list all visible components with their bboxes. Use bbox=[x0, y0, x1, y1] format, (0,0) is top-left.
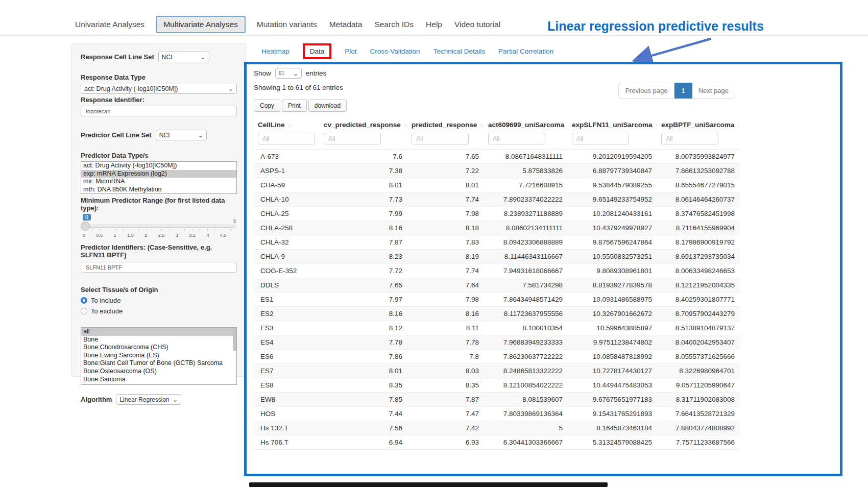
table-info-text: Showing 1 to 61 of 61 entries bbox=[254, 84, 840, 91]
nav-tab[interactable]: Video tutorial bbox=[453, 16, 501, 33]
export-button[interactable]: Print bbox=[282, 100, 307, 112]
act609699-cell: 8.081539607 bbox=[484, 393, 568, 407]
expSLFN11-cell: 10.7278174430127 bbox=[568, 364, 657, 378]
listbox-option[interactable]: Bone bbox=[81, 336, 236, 344]
annotation-arrow-icon bbox=[628, 36, 716, 64]
previous-page-button[interactable]: Previous page bbox=[618, 83, 674, 99]
expBPTF-cell: 8.69137293735034 bbox=[657, 250, 740, 264]
tissue-listbox: all Bone Bone:Chondrosarcoma (CHS) Bone:… bbox=[81, 327, 237, 385]
act609699-cell: 7.89023374022222 bbox=[484, 192, 568, 207]
listbox-option[interactable]: act: Drug Activity (-log10[IC50M]) bbox=[81, 162, 236, 170]
listbox-option[interactable]: Bone:Osteosarcoma (OS) bbox=[81, 368, 236, 376]
column-header[interactable]: expBPTF_uniSarcoma↑↓ bbox=[657, 116, 740, 131]
nav-tab[interactable]: Search IDs bbox=[373, 16, 415, 33]
nav-divider bbox=[0, 35, 868, 36]
results-tab[interactable]: Data bbox=[303, 43, 332, 59]
nav-tab[interactable]: Mutation variants bbox=[256, 16, 318, 33]
expSLFN11-cell: 10.4379249978927 bbox=[568, 221, 657, 235]
response-data-type-select[interactable]: act: Drug Activity (-log10[IC50M]) ⌄ bbox=[81, 84, 237, 94]
column-filter-input[interactable] bbox=[258, 133, 315, 144]
cv-predicted-response-cell: 7.44 bbox=[320, 407, 407, 421]
results-tab[interactable]: Partial Correlation bbox=[498, 47, 553, 55]
column-header-label: expSLFN11_uniSarcoma bbox=[572, 121, 653, 129]
nav-tab[interactable]: Metadata bbox=[328, 16, 364, 33]
listbox-option[interactable]: Peripheral_Nervous_System bbox=[81, 383, 236, 385]
export-button[interactable]: download bbox=[308, 100, 347, 112]
predicted-response-cell: 7.8 bbox=[407, 350, 484, 364]
slider-tick-label: 1.5 bbox=[127, 233, 134, 238]
cell-line-cell: ES7 bbox=[254, 364, 320, 378]
results-tab[interactable]: Heatmap bbox=[261, 47, 290, 55]
results-tab[interactable]: Technical Details bbox=[433, 47, 485, 55]
table-row: ES4 7.78 7.78 7.96883949233333 9.9751123… bbox=[254, 335, 740, 350]
algorithm-select[interactable]: Linear Regression ⌄ bbox=[116, 394, 181, 405]
column-filter-input[interactable] bbox=[412, 133, 469, 144]
table-row: COG-E-352 7.72 7.74 7.94931618066667 9.8… bbox=[254, 264, 740, 278]
column-header[interactable]: CellLine↑↓ bbox=[254, 116, 320, 131]
column-header-label: cv_predicted_response bbox=[324, 121, 401, 129]
predicted-response-cell: 7.47 bbox=[407, 407, 484, 421]
predicted-response-cell: 7.98 bbox=[407, 207, 484, 221]
export-button[interactable]: Copy bbox=[254, 100, 280, 112]
column-header[interactable]: act609699_uniSarcoma↑↓ bbox=[484, 116, 568, 131]
sort-icon: ↑↓ bbox=[479, 122, 483, 128]
predictor-identifiers-input[interactable] bbox=[81, 262, 237, 273]
results-tab[interactable]: Cross-Validation bbox=[370, 47, 420, 55]
listbox-scrollbar-thumb[interactable] bbox=[233, 329, 236, 351]
table-row: DDLS 7.65 7.64 7.581734298 8.81939277839… bbox=[254, 278, 740, 292]
listbox-option[interactable]: all bbox=[81, 328, 236, 336]
listbox-option[interactable]: exp: mRNA Expression (log2) bbox=[81, 170, 236, 178]
column-filter-input[interactable] bbox=[488, 133, 545, 144]
predicted-response-cell: 7.87 bbox=[407, 393, 484, 407]
listbox-option[interactable]: mth: DNA 850K Methylation bbox=[81, 186, 236, 194]
nav-tab[interactable]: Univariate Analyses bbox=[74, 16, 146, 33]
predicted-response-cell: 8.19 bbox=[407, 250, 484, 264]
cv-predicted-response-cell: 7.72 bbox=[320, 264, 407, 278]
video-progress-bar[interactable] bbox=[249, 482, 608, 487]
listbox-option[interactable]: Bone:Sarcoma bbox=[81, 376, 236, 384]
response-data-type-label: Response Data Type bbox=[81, 74, 237, 81]
expBPTF-cell: 8.17986900919792 bbox=[657, 235, 740, 250]
algorithm-row: Algorithm Linear Regression ⌄ bbox=[81, 394, 237, 405]
response-identifier-input[interactable] bbox=[81, 106, 237, 116]
results-tab[interactable]: Plot bbox=[345, 47, 356, 55]
expBPTF-cell: 8.40259301807771 bbox=[657, 292, 740, 307]
column-header[interactable]: expSLFN11_uniSarcoma↑↓ bbox=[568, 116, 657, 131]
slider-max-label: 5 bbox=[233, 218, 236, 224]
act609699-cell: 8.09423306888889 bbox=[484, 235, 568, 250]
column-filter-input[interactable] bbox=[661, 133, 718, 144]
column-filter-input[interactable] bbox=[572, 133, 629, 144]
sort-icon: ↑↓ bbox=[287, 122, 291, 128]
listbox-option[interactable]: Bone:Chondrosarcoma (CHS) bbox=[81, 344, 236, 352]
column-header[interactable]: cv_predicted_response↑↓ bbox=[320, 116, 407, 131]
act609699-cell: 7.94931618066667 bbox=[484, 264, 568, 278]
chevron-down-icon: ⌄ bbox=[293, 70, 298, 77]
column-header-label: act609699_uniSarcoma bbox=[488, 121, 564, 129]
column-filter-input[interactable] bbox=[324, 133, 381, 144]
predictor-cell-line-set-select[interactable]: NCI ⌄ bbox=[156, 130, 207, 140]
current-page-button[interactable]: 1 bbox=[674, 83, 692, 99]
listbox-option[interactable]: Bone:Giant Cell Tumor of Bone (GCTB) Sar… bbox=[81, 359, 236, 368]
radio-button[interactable] bbox=[81, 297, 87, 304]
expSLFN11-cell: 8.1645873463184 bbox=[568, 421, 657, 435]
next-page-button[interactable]: Next page bbox=[692, 83, 735, 99]
cv-predicted-response-cell: 7.38 bbox=[320, 164, 407, 178]
nav-tab[interactable]: Multivariate Analyses bbox=[156, 16, 246, 33]
slider-tick-label: 2 bbox=[144, 233, 147, 238]
listbox-option[interactable]: mir: MicroRNA bbox=[81, 178, 236, 186]
cv-predicted-response-cell: 8.16 bbox=[320, 307, 407, 321]
expSLFN11-cell: 10.599643885897 bbox=[568, 321, 657, 335]
predicted-response-cell: 7.42 bbox=[407, 421, 484, 435]
act609699-cell: 7.581734298 bbox=[484, 278, 568, 292]
slider-track[interactable] bbox=[82, 225, 236, 228]
column-header[interactable]: predicted_response↑↓ bbox=[407, 116, 484, 131]
nav-tab[interactable]: Help bbox=[425, 16, 443, 33]
radio-button[interactable] bbox=[81, 308, 87, 314]
column-header-label: expBPTF_uniSarcoma bbox=[661, 121, 734, 129]
show-entries-select[interactable]: 61 ⌄ bbox=[275, 68, 302, 79]
predictor-data-types-listbox: act: Drug Activity (-log10[IC50M]) exp: … bbox=[81, 161, 237, 194]
response-cell-line-set-select[interactable]: NCI ⌄ bbox=[158, 52, 209, 62]
listbox-option[interactable]: Bone:Ewing Sarcoma (ES) bbox=[81, 352, 236, 360]
predictor-cell-line-set-label: Predictor Cell Line Set bbox=[81, 131, 152, 139]
expSLFN11-cell: 9.8089308961801 bbox=[568, 264, 657, 278]
